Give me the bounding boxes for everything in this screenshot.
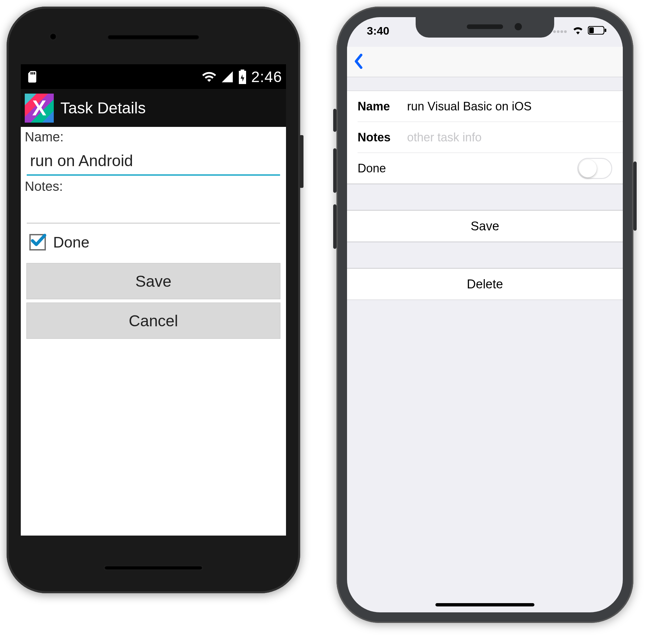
android-earpiece-speaker <box>107 35 200 40</box>
iphone-notch <box>416 17 554 37</box>
ios-nav-bar <box>347 47 623 77</box>
svg-rect-5 <box>605 29 606 32</box>
android-action-bar: X Task Details <box>21 89 286 127</box>
name-label: Name <box>358 99 407 113</box>
battery-icon <box>588 25 607 37</box>
android-screen: 2:46 X Task Details Name: Notes: <box>21 64 286 536</box>
save-button[interactable]: Save <box>26 263 280 299</box>
android-front-camera <box>49 33 57 40</box>
done-switch[interactable] <box>577 158 612 179</box>
done-label: Done <box>53 233 89 251</box>
section-spacer <box>347 77 623 91</box>
screen-title: Task Details <box>60 99 146 117</box>
name-input[interactable] <box>27 146 280 176</box>
switch-knob <box>579 159 597 177</box>
back-button[interactable] <box>354 54 364 70</box>
name-row: Name <box>347 91 623 122</box>
cell-signal-icon <box>221 70 234 83</box>
delete-button[interactable]: Delete <box>347 268 623 300</box>
name-label: Name: <box>25 129 282 144</box>
iphone-volume-up <box>333 148 336 193</box>
done-row: Done <box>347 153 623 184</box>
iphone-side-button <box>633 161 637 231</box>
save-button[interactable]: Save <box>347 210 623 242</box>
android-power-button <box>300 135 303 188</box>
cancel-button[interactable]: Cancel <box>26 302 280 339</box>
svg-point-0 <box>553 30 556 33</box>
android-status-bar: 2:46 <box>21 64 286 89</box>
iphone-volume-down <box>333 204 336 249</box>
section-spacer <box>347 242 623 268</box>
name-input[interactable] <box>407 99 612 113</box>
android-device-frame: 2:46 X Task Details Name: Notes: <box>6 6 300 593</box>
done-row: Done <box>25 227 282 260</box>
app-icon: X <box>25 94 54 123</box>
notes-input[interactable] <box>407 130 612 144</box>
done-label: Done <box>358 161 386 175</box>
notes-label: Notes <box>358 130 407 144</box>
notes-row: Notes <box>347 122 623 153</box>
svg-point-3 <box>564 30 567 33</box>
section-spacer <box>347 184 623 210</box>
iphone-device-frame: 3:40 <box>336 6 633 623</box>
svg-point-1 <box>557 30 560 33</box>
android-chin-speaker <box>104 566 203 570</box>
iphone-screen: 3:40 <box>347 17 623 612</box>
notes-input[interactable] <box>27 195 280 223</box>
svg-rect-6 <box>589 27 594 33</box>
chevron-left-icon <box>354 54 364 69</box>
done-checkbox[interactable] <box>29 234 46 250</box>
sd-card-icon <box>25 70 39 84</box>
wifi-icon <box>201 69 217 84</box>
notes-label: Notes: <box>25 179 282 194</box>
status-clock: 3:40 <box>367 25 389 37</box>
wifi-icon <box>572 25 584 37</box>
iphone-mute-switch <box>333 109 336 132</box>
home-indicator[interactable] <box>436 603 534 607</box>
cell-dots-icon <box>553 25 568 37</box>
android-form: Name: Notes: Done Save Cancel <box>21 129 286 339</box>
status-clock: 2:46 <box>251 68 282 86</box>
svg-point-2 <box>560 30 563 33</box>
battery-charging-icon <box>238 69 247 84</box>
